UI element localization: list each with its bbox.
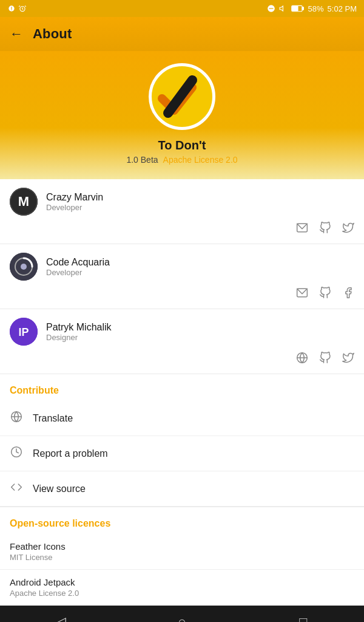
notification-icon — [7, 4, 16, 13]
minus-circle-icon — [267, 4, 275, 13]
page-title: About — [33, 26, 72, 42]
person-role-0: Developer — [46, 203, 103, 212]
license-name-1: Android Jetpack — [10, 577, 354, 587]
email-icon-0[interactable] — [296, 222, 308, 236]
twitter-icon-2[interactable] — [342, 352, 354, 366]
report-problem-item[interactable]: Report a problem — [0, 436, 364, 471]
globe-icon — [10, 411, 23, 426]
license-item-jetpack: Android Jetpack Apache License 2.0 — [0, 570, 364, 606]
translate-label: Translate — [33, 413, 73, 424]
license-link[interactable]: Apache License 2.0 — [163, 155, 238, 165]
translate-item[interactable]: Translate — [0, 401, 364, 436]
person-role-1: Developer — [46, 268, 110, 277]
version-row: 1.0 Beta Apache License 2.0 — [126, 155, 237, 165]
version-text: 1.0 Beta — [126, 155, 158, 165]
twitter-icon-0[interactable] — [342, 222, 354, 236]
person-name-1: Code Acquaria — [46, 257, 110, 268]
svg-text:IP: IP — [18, 326, 29, 338]
license-type-0: MIT License — [10, 553, 354, 562]
email-icon-1[interactable] — [296, 287, 308, 301]
avatar-patryk: IP — [10, 318, 38, 346]
app-name: To Don't — [158, 138, 206, 152]
person-role-2: Designer — [46, 333, 112, 342]
content-area: M Crazy Marvin Developer — [0, 179, 364, 606]
view-source-item[interactable]: View source — [0, 471, 364, 507]
code-icon — [10, 481, 23, 496]
volume-icon — [279, 4, 288, 13]
contribute-section-header: Contribute — [0, 374, 364, 401]
person-card-crazy-marvin: M Crazy Marvin Developer — [0, 179, 364, 244]
battery-icon — [291, 5, 305, 12]
facebook-icon-1[interactable] — [342, 287, 354, 301]
svg-rect-11 — [292, 6, 297, 11]
person-icons-0 — [0, 218, 364, 244]
status-bar: 58% 5:02 PM — [0, 0, 364, 17]
person-card-patryk: IP Patryk Michalik Designer — [0, 309, 364, 374]
web-icon-2[interactable] — [296, 352, 308, 366]
person-name-2: Patryk Michalik — [46, 322, 112, 333]
view-source-label: View source — [33, 484, 86, 494]
top-bar: ← About — [0, 17, 364, 51]
svg-marker-8 — [280, 6, 283, 11]
svg-rect-7 — [269, 8, 273, 9]
home-nav-button[interactable]: ○ — [170, 610, 194, 622]
recent-nav-button[interactable]: □ — [291, 610, 315, 622]
app-logo — [149, 63, 215, 130]
svg-line-5 — [25, 5, 26, 7]
status-left-icons — [7, 4, 27, 13]
svg-line-4 — [19, 5, 20, 7]
github-icon-2[interactable] — [319, 352, 331, 366]
back-button[interactable]: ← — [10, 26, 23, 42]
time-display: 5:02 PM — [328, 4, 357, 13]
license-name-0: Feather Icons — [10, 541, 354, 552]
alarm-icon — [18, 4, 27, 13]
avatar-code-acquaria — [10, 253, 38, 281]
avatar-crazy-marvin: M — [10, 188, 38, 216]
person-name-0: Crazy Marvin — [46, 192, 103, 203]
github-icon-1[interactable] — [319, 287, 331, 301]
person-icons-2 — [0, 348, 364, 374]
battery-percent: 58% — [308, 4, 324, 13]
svg-rect-10 — [302, 7, 303, 10]
header-banner: To Don't 1.0 Beta Apache License 2.0 — [0, 51, 364, 179]
person-icons-1 — [0, 283, 364, 309]
back-nav-button[interactable]: ◁ — [49, 610, 73, 622]
license-type-1: Apache License 2.0 — [10, 589, 354, 598]
report-label: Report a problem — [33, 448, 108, 459]
github-icon-0[interactable] — [319, 222, 331, 236]
open-source-section-header: Open-source licences — [0, 507, 364, 534]
svg-point-19 — [21, 264, 27, 270]
person-card-code-acquaria: Code Acquaria Developer — [0, 244, 364, 309]
bottom-navigation: ◁ ○ □ — [0, 606, 364, 622]
license-item-feather: Feather Icons MIT License — [0, 534, 364, 570]
svg-text:M: M — [18, 194, 29, 209]
app-logo-svg — [155, 69, 209, 124]
clock-icon — [10, 446, 23, 461]
